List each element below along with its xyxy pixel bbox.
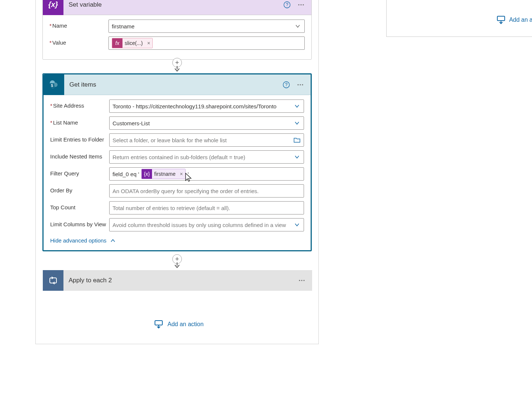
nested-placeholder: Return entries contained in sub-folders …: [113, 154, 290, 160]
chevron-up-icon: [110, 238, 115, 243]
filter-prefix: field_0 eq ': [113, 171, 139, 177]
chevron-down-icon[interactable]: [292, 152, 302, 162]
svg-point-3: [300, 4, 301, 5]
svg-text:?: ?: [286, 2, 289, 7]
get-items-title: Get items: [64, 81, 278, 88]
loop-icon: [43, 270, 63, 291]
add-action-text: Add an action: [167, 321, 204, 328]
arrow-down-icon: [174, 262, 180, 268]
expression-token-text: slice(...): [122, 38, 145, 48]
help-icon[interactable]: ?: [281, 0, 293, 11]
apply-to-each-header[interactable]: Apply to each 2: [43, 270, 312, 291]
nested-label: Include Nested Items: [50, 150, 109, 160]
close-icon[interactable]: ×: [178, 169, 185, 179]
nested-field[interactable]: Return entries contained in sub-folders …: [109, 150, 304, 164]
set-variable-card: {x} Set variable ? Name firstname: [42, 0, 312, 60]
site-value: Toronto - https://citizentechnology119.s…: [113, 103, 290, 109]
folder-label: Limit Entries to Folder: [50, 133, 109, 143]
svg-point-14: [302, 84, 303, 85]
add-action-button[interactable]: Add an action: [154, 320, 204, 329]
svg-point-13: [300, 84, 301, 85]
add-action-button-right[interactable]: Add an a: [497, 15, 532, 24]
limitcols-placeholder: Avoid column threshold issues by only us…: [113, 222, 290, 228]
variable-token-text: firstname: [152, 169, 178, 179]
filter-label: Filter Query: [50, 167, 109, 177]
arrow-down-icon: [174, 66, 180, 72]
chevron-down-icon[interactable]: [292, 101, 302, 111]
name-value: firstname: [112, 23, 290, 29]
limitcols-field[interactable]: Avoid column threshold issues by only us…: [109, 218, 304, 231]
svg-point-16: [299, 280, 300, 281]
connector-2: +: [42, 254, 312, 268]
limitcols-label: Limit Columns by View: [50, 218, 109, 227]
apply-to-each-title: Apply to each 2: [63, 277, 294, 284]
svg-rect-20: [497, 16, 505, 21]
value-label: Value: [49, 36, 108, 46]
filter-suffix: ': [188, 171, 189, 177]
sharepoint-icon: S: [44, 74, 64, 95]
chevron-down-icon[interactable]: [292, 220, 302, 230]
folder-field[interactable]: Select a folder, or leave blank for the …: [109, 133, 304, 147]
right-panel: Add an a: [386, 0, 532, 37]
svg-text:?: ?: [285, 82, 288, 87]
orderby-label: Order By: [50, 184, 109, 193]
variable-icon: {x}: [142, 169, 152, 179]
hide-advanced-text: Hide advanced options: [50, 237, 107, 244]
orderby-placeholder: An ODATA orderBy query for specifying th…: [113, 188, 301, 194]
orderby-field[interactable]: An ODATA orderBy query for specifying th…: [109, 184, 304, 198]
site-label: Site Address: [50, 100, 109, 109]
svg-point-17: [301, 280, 302, 281]
fx-icon: fx: [112, 38, 122, 48]
chevron-down-icon[interactable]: [293, 21, 303, 31]
folder-placeholder: Select a folder, or leave blank for the …: [113, 137, 290, 143]
svg-point-4: [303, 4, 304, 5]
name-label: Name: [49, 20, 108, 29]
more-icon[interactable]: [296, 275, 308, 286]
add-action-text-short: Add an a: [509, 17, 532, 23]
svg-point-18: [303, 280, 304, 281]
name-field[interactable]: firstname: [108, 20, 305, 33]
connector-1: +: [42, 58, 312, 72]
add-action-icon: [154, 320, 163, 329]
variable-token[interactable]: {x} firstname ×: [141, 169, 186, 179]
svg-rect-15: [50, 278, 56, 283]
set-variable-icon: {x}: [43, 0, 63, 15]
more-icon[interactable]: [295, 0, 307, 11]
help-icon[interactable]: ?: [280, 79, 292, 91]
expression-token[interactable]: fx slice(...) ×: [112, 38, 153, 48]
top-placeholder: Total number of entries to retrieve (def…: [113, 205, 301, 211]
filter-field[interactable]: field_0 eq ' {x} firstname × ': [109, 167, 304, 181]
list-value: Customers-List: [113, 120, 290, 126]
value-field[interactable]: fx slice(...) ×: [108, 36, 305, 50]
list-field[interactable]: Customers-List: [109, 116, 304, 130]
svg-point-2: [298, 4, 299, 5]
site-field[interactable]: Toronto - https://citizentechnology119.s…: [109, 100, 304, 113]
add-action-icon: [497, 15, 505, 24]
top-field[interactable]: Total number of entries to retrieve (def…: [109, 201, 304, 214]
svg-rect-19: [155, 321, 162, 325]
close-icon[interactable]: ×: [145, 38, 152, 48]
svg-text:S: S: [51, 84, 53, 88]
set-variable-header[interactable]: {x} Set variable ?: [43, 0, 311, 15]
svg-point-12: [297, 84, 298, 85]
list-label: List Name: [50, 116, 109, 126]
more-icon[interactable]: [294, 79, 306, 91]
hide-advanced-link[interactable]: Hide advanced options: [50, 235, 115, 244]
set-variable-title: Set variable: [63, 1, 279, 8]
apply-to-each-card: Apply to each 2: [43, 270, 312, 291]
chevron-down-icon[interactable]: [292, 118, 302, 128]
folder-icon[interactable]: [292, 135, 302, 145]
get-items-card: S Get items ? Site Address Toronto - htt…: [42, 73, 312, 251]
get-items-header[interactable]: S Get items ?: [44, 74, 311, 95]
top-label: Top Count: [50, 201, 109, 210]
